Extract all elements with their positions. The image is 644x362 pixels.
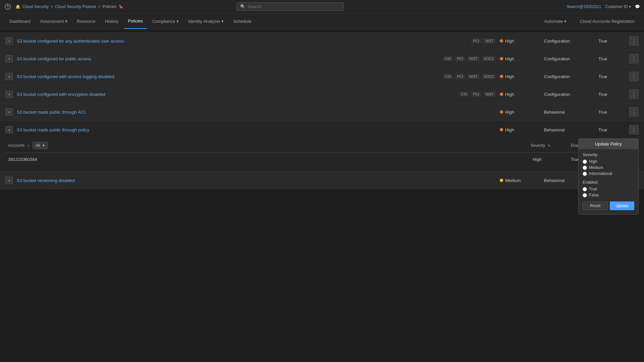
tag-NIST: NIST xyxy=(467,74,480,79)
policy-row-1: ∨ S3 bucket configured for any authentic… xyxy=(0,32,644,50)
severity-dot-1 xyxy=(500,39,503,43)
tag-PCI: PCI xyxy=(455,56,465,61)
tag-NIST: NIST xyxy=(467,56,480,61)
accounts-filter-dropdown[interactable]: All ▾ xyxy=(33,142,48,149)
policy-name-4[interactable]: S3 bucket configured with encryption dis… xyxy=(17,92,455,97)
severity-radio-high[interactable] xyxy=(583,160,587,164)
update-policy-panel: Update Policy Severity: High Medium xyxy=(578,138,639,215)
search-icon: 🔍 xyxy=(240,4,246,9)
enabled-radio-false[interactable] xyxy=(583,193,587,197)
menu-btn-2[interactable]: ⋮ xyxy=(629,54,639,63)
breadcrumb-middle[interactable]: Cloud Security Posture xyxy=(55,4,96,9)
nav-schedule[interactable]: Schedule xyxy=(229,14,255,28)
severity-radio-group: High Medium Informational xyxy=(583,159,634,176)
policy-name-6[interactable]: S3 bucket made public through policy xyxy=(17,127,492,132)
nav-dashboard[interactable]: Dashboard xyxy=(5,14,35,28)
logo xyxy=(4,3,11,10)
severity-col-header[interactable]: Severity ⇅ xyxy=(528,138,568,153)
enabled-radio-group: True False xyxy=(583,187,634,197)
category-2: Configuration xyxy=(544,56,594,61)
accounts-table: Accounts ∧ All ▾ Severity ⇅ Enabled ⇅ xyxy=(5,138,639,166)
nav-policies[interactable]: Policies xyxy=(124,14,147,29)
severity-radio-medium[interactable] xyxy=(583,166,587,170)
policy-row-4: ∨ S3 bucket configured with encryption d… xyxy=(0,85,644,103)
menu-btn-4[interactable]: ⋮ xyxy=(629,89,639,99)
policy-name-7[interactable]: S3 bucket versioning disabled xyxy=(17,178,492,183)
tags-4: CISPCINIST xyxy=(459,92,496,97)
severity-4: High xyxy=(500,92,540,97)
breadcrumb-root[interactable]: Cloud Security xyxy=(22,4,49,9)
messages-icon[interactable]: 💬 xyxy=(635,4,640,9)
enabled-2: True xyxy=(598,56,625,61)
tag-SOC2: SOC2 xyxy=(482,56,496,61)
tags-2: CISPCINISTSOC2 xyxy=(443,56,496,61)
severity-label-7: Medium xyxy=(505,178,521,183)
accounts-col-header[interactable]: Accounts ∧ All ▾ xyxy=(5,138,528,153)
category-3: Configuration xyxy=(544,74,594,79)
account-row: 391215360384 High True xyxy=(5,153,639,166)
tag-PCI: PCI xyxy=(455,74,465,79)
expand-btn-2[interactable]: ∨ xyxy=(5,55,13,62)
severity-label-4: High xyxy=(505,92,514,97)
nav-resource[interactable]: Resource xyxy=(73,14,100,28)
policy-row-header-1: ∨ S3 bucket configured for any authentic… xyxy=(0,32,644,50)
menu-btn-1[interactable]: ⋮ xyxy=(629,36,639,46)
update-button[interactable]: Update xyxy=(610,201,634,210)
severity-label-5: High xyxy=(505,110,514,115)
expand-btn-1[interactable]: ∨ xyxy=(5,37,13,45)
policy-row-header-5: ∨ S3 bucket made public through ACL High… xyxy=(0,103,644,121)
policy-name-5[interactable]: S3 bucket made public through ACL xyxy=(17,110,492,115)
policy-name-2[interactable]: S3 bucket configured for public access xyxy=(17,56,439,61)
nav-automate[interactable]: Automate ▾ xyxy=(540,14,570,28)
severity-option-medium[interactable]: Medium xyxy=(583,165,634,170)
breadcrumb: 🔔 Cloud Security > Cloud Security Postur… xyxy=(15,4,123,9)
severity-dot-5 xyxy=(500,110,503,114)
reset-button[interactable]: Reset xyxy=(583,201,608,210)
enabled-1: True xyxy=(598,39,625,44)
category-5: Behavioral xyxy=(544,110,594,115)
policy-name-1[interactable]: S3 bucket configured for any authenticat… xyxy=(17,39,467,44)
expand-btn-6[interactable]: ∧ xyxy=(5,126,13,133)
update-panel-title: Update Policy xyxy=(579,139,638,149)
enabled-4: True xyxy=(598,92,625,97)
policy-name-3[interactable]: S3 bucket configured with access logging… xyxy=(17,74,439,79)
nav-assessment[interactable]: Assessment ▾ xyxy=(36,14,71,28)
tag-CIS: CIS xyxy=(459,92,469,97)
customer-id-dropdown[interactable]: Customer ID ▾ xyxy=(605,4,631,9)
expand-btn-5[interactable]: ∨ xyxy=(5,108,13,116)
enabled-5: True xyxy=(598,110,625,115)
enabled-radio-true[interactable] xyxy=(583,187,587,191)
severity-1: High xyxy=(500,39,540,44)
policy-row-header-2: ∨ S3 bucket configured for public access… xyxy=(0,50,644,67)
nav-compliance[interactable]: Compliance ▾ xyxy=(148,14,183,28)
search-input[interactable] xyxy=(248,4,340,9)
account-severity: High xyxy=(528,153,568,166)
nav-right: Automate ▾ Cloud Accounts Registration xyxy=(540,14,639,28)
severity-label-6: High xyxy=(505,127,514,132)
nav-history[interactable]: History xyxy=(101,14,122,28)
policy-row-header-4: ∨ S3 bucket configured with encryption d… xyxy=(0,85,644,103)
expand-btn-4[interactable]: ∨ xyxy=(5,90,13,98)
severity-6: High xyxy=(500,127,540,132)
expand-btn-3[interactable]: ∨ xyxy=(5,73,13,80)
enabled-section-label: Enabled: xyxy=(583,180,634,185)
enabled-3: True xyxy=(598,74,625,79)
search-box[interactable]: 🔍 xyxy=(236,2,344,11)
account-severity-label: High xyxy=(533,157,542,162)
menu-btn-6[interactable]: ⋮ xyxy=(629,125,639,134)
bell-icon: 🔔 xyxy=(15,4,20,9)
enabled-option-false[interactable]: False xyxy=(583,193,634,197)
severity-option-informational[interactable]: Informational xyxy=(583,171,634,176)
enabled-option-true[interactable]: True xyxy=(583,187,634,191)
nav-cloud-reg[interactable]: Cloud Accounts Registration xyxy=(576,14,639,28)
policy-row-6: ∧ S3 bucket made public through policy H… xyxy=(0,121,644,172)
menu-btn-5[interactable]: ⋮ xyxy=(629,107,639,117)
severity-option-high[interactable]: High xyxy=(583,159,634,164)
menu-btn-3[interactable]: ⋮ xyxy=(629,72,639,81)
tag-CIS: CIS xyxy=(443,74,453,79)
expand-btn-7[interactable]: ∨ xyxy=(5,177,13,184)
nav-identity-analyzer[interactable]: Identity Analyzer ▾ xyxy=(184,14,228,28)
account-id: 391215360384 xyxy=(5,153,528,166)
severity-radio-informational[interactable] xyxy=(583,172,587,176)
severity-5: High xyxy=(500,110,540,115)
